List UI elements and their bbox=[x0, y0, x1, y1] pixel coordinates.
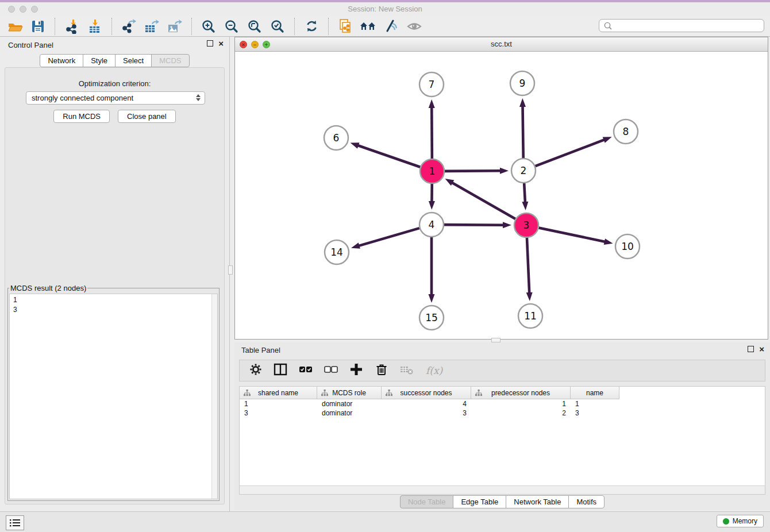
table-cell[interactable]: 3 bbox=[571, 409, 619, 417]
search-field[interactable] bbox=[599, 19, 764, 32]
export-network-button[interactable] bbox=[117, 17, 140, 36]
control-panel-tabs: NetworkStyleSelectMCDS bbox=[0, 54, 229, 67]
table-horizontal-scrollbar[interactable] bbox=[240, 485, 765, 494]
graphics-details-icon bbox=[384, 18, 399, 34]
delete-table-button[interactable] bbox=[399, 362, 415, 379]
edge-1-2[interactable] bbox=[445, 171, 501, 171]
close-panel-icon[interactable]: × bbox=[218, 41, 224, 47]
table-toolbar: f(x) bbox=[239, 360, 765, 381]
table-tab-edge-table[interactable]: Edge Table bbox=[453, 495, 506, 508]
node-label-9: 9 bbox=[519, 78, 526, 89]
tab-select[interactable]: Select bbox=[115, 54, 152, 67]
float-table-panel-icon[interactable] bbox=[748, 346, 754, 352]
export-image-button[interactable] bbox=[163, 17, 186, 36]
import-network-icon bbox=[64, 18, 80, 34]
delete-columns-button[interactable] bbox=[374, 362, 389, 379]
toolbar-separator bbox=[191, 18, 192, 35]
edge-arrowhead bbox=[603, 137, 612, 142]
edge-2-9[interactable] bbox=[523, 106, 523, 158]
zoom-fit-button[interactable] bbox=[243, 17, 266, 36]
edge-1-7[interactable] bbox=[432, 107, 432, 159]
node-label-4: 4 bbox=[429, 219, 435, 230]
network-graph-canvas[interactable]: 7968124314101511 bbox=[235, 52, 768, 339]
horizontal-splitter-grip[interactable] bbox=[491, 338, 500, 342]
float-panel-icon[interactable] bbox=[207, 40, 213, 47]
unselect-all-columns-button[interactable] bbox=[324, 362, 338, 379]
column-header-successor-nodes[interactable]: successor nodes bbox=[382, 387, 471, 399]
show-columns-button[interactable] bbox=[273, 362, 288, 379]
refresh-button[interactable] bbox=[300, 17, 323, 36]
column-header-MCDS-role[interactable]: MCDS role bbox=[317, 387, 382, 399]
memory-label: Memory bbox=[733, 517, 757, 525]
criterion-select[interactable]: strongly connected component bbox=[26, 91, 205, 105]
result-scrollbar[interactable] bbox=[211, 294, 217, 499]
table-options-button[interactable] bbox=[249, 362, 263, 379]
new-network-from-selection-button[interactable] bbox=[334, 17, 357, 36]
table-tab-motifs[interactable]: Motifs bbox=[568, 495, 605, 508]
task-history-button[interactable] bbox=[6, 515, 24, 530]
mcds-result-box[interactable]: 1 3 bbox=[9, 294, 218, 499]
table-cell[interactable]: 3 bbox=[240, 409, 317, 417]
edge-3-10[interactable] bbox=[539, 228, 606, 242]
edge-4-14[interactable] bbox=[358, 228, 419, 246]
table-tab-node-table[interactable]: Node Table bbox=[400, 495, 454, 508]
zoom-selected-icon bbox=[270, 19, 285, 34]
birds-eye-view-button[interactable] bbox=[403, 17, 426, 36]
zoom-in-button[interactable] bbox=[197, 17, 220, 36]
node-label-2: 2 bbox=[521, 165, 527, 176]
vertical-splitter-grip[interactable] bbox=[228, 265, 233, 275]
table-row[interactable]: 3dominator323 bbox=[240, 408, 765, 418]
table-cell[interactable]: dominator bbox=[317, 409, 382, 417]
memory-button[interactable]: Memory bbox=[717, 515, 764, 527]
create-column-button[interactable] bbox=[349, 362, 364, 379]
select-all-columns-button[interactable] bbox=[298, 362, 313, 379]
select-stepper-icon bbox=[196, 94, 201, 101]
plus-icon bbox=[349, 362, 364, 377]
table-cell[interactable]: 1 bbox=[240, 400, 317, 408]
edge-4-3[interactable] bbox=[444, 225, 504, 225]
apply-preferred-layout-button[interactable] bbox=[357, 17, 380, 36]
column-header-name[interactable]: name bbox=[571, 387, 619, 399]
edge-arrowhead bbox=[429, 201, 435, 210]
table-row[interactable]: 1dominator411 bbox=[240, 399, 765, 408]
import-network-button[interactable] bbox=[60, 17, 83, 36]
node-table-rows: 1dominator4113dominator323 bbox=[240, 399, 765, 418]
edge-2-3[interactable] bbox=[524, 183, 525, 203]
edge-arrowhead bbox=[526, 292, 533, 301]
document-network-icon bbox=[338, 18, 353, 34]
table-cell[interactable]: 1 bbox=[571, 400, 619, 408]
close-table-panel-icon[interactable]: × bbox=[759, 346, 764, 352]
table-cell[interactable]: 3 bbox=[382, 409, 471, 417]
function-builder-button[interactable]: f(x) bbox=[426, 365, 442, 376]
tab-mcds[interactable]: MCDS bbox=[151, 54, 189, 67]
table-cell[interactable]: 1 bbox=[471, 400, 571, 408]
edge-arrowhead bbox=[522, 202, 528, 210]
node-table: shared nameMCDS rolesuccessor nodesprede… bbox=[239, 386, 765, 495]
edge-3-1[interactable] bbox=[452, 182, 515, 219]
search-input[interactable] bbox=[614, 21, 764, 30]
tab-style[interactable]: Style bbox=[83, 54, 116, 67]
edge-2-8[interactable] bbox=[536, 140, 605, 166]
save-session-button[interactable] bbox=[26, 17, 49, 36]
column-header-shared-name[interactable]: shared name bbox=[240, 387, 317, 399]
zoom-selected-button[interactable] bbox=[266, 17, 289, 36]
run-mcds-button[interactable]: Run MCDS bbox=[53, 110, 110, 123]
open-session-button[interactable] bbox=[3, 17, 26, 36]
export-table-button[interactable] bbox=[140, 17, 163, 36]
column-header-predecessor-nodes[interactable]: predecessor nodes bbox=[471, 387, 571, 399]
edge-3-11[interactable] bbox=[527, 238, 529, 294]
network-window-titlebar[interactable]: × − + scc.txt bbox=[235, 37, 768, 52]
table-panel-title: Table Panel bbox=[241, 346, 280, 354]
table-cell[interactable]: 2 bbox=[471, 409, 571, 417]
table-tab-network-table[interactable]: Network Table bbox=[506, 495, 569, 508]
table-cell[interactable]: 4 bbox=[382, 400, 471, 408]
toolbar-separator bbox=[294, 18, 295, 35]
close-panel-button[interactable]: Close panel bbox=[118, 110, 176, 123]
import-table-button[interactable] bbox=[83, 17, 106, 36]
graphics-details-button[interactable] bbox=[380, 17, 403, 36]
edge-1-6[interactable] bbox=[357, 145, 420, 167]
zoom-out-button[interactable] bbox=[220, 17, 243, 36]
table-cell[interactable]: dominator bbox=[317, 400, 382, 408]
tab-network[interactable]: Network bbox=[40, 54, 83, 67]
node-table-header: shared nameMCDS rolesuccessor nodesprede… bbox=[240, 387, 619, 399]
